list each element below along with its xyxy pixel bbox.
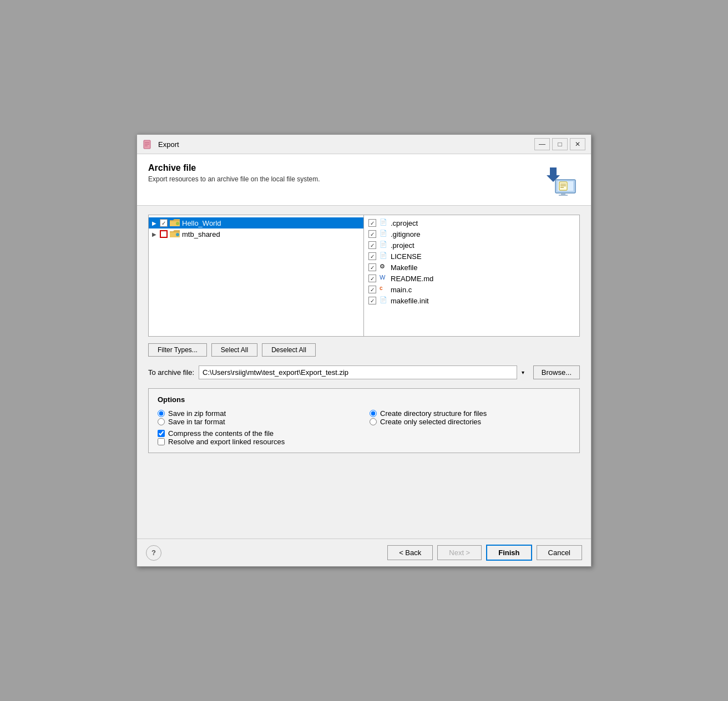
dir-structure-label[interactable]: Create directory structure for files [380, 409, 487, 418]
compress-option: Compress the contents of the file [158, 429, 358, 438]
mtb-shared-label: mtb_shared [182, 230, 220, 238]
file-icon-doc5: 📄 [380, 296, 388, 305]
tar-format-option: Save in tar format [158, 418, 358, 426]
main-content: ▶ ✓ Hello_World ▶ [137, 206, 591, 539]
file-item-cproject[interactable]: ✓ 📄 .cproject [364, 217, 579, 228]
bottom-bar: ? < Back Next > Finish Cancel [137, 539, 591, 566]
makefile-init-checkbox[interactable]: ✓ [368, 297, 376, 304]
file-item-makefile-init[interactable]: ✓ 📄 makefile.init [364, 295, 579, 306]
options-grid: Save in zip format Save in tar format Co… [158, 409, 570, 446]
window-title: Export [158, 140, 530, 149]
hello-world-label: Hello_World [182, 219, 221, 227]
project-checkbox[interactable]: ✓ [368, 241, 376, 249]
mainc-label: main.c [391, 286, 412, 294]
file-icon-doc4: 📄 [380, 252, 388, 261]
expand-arrow: ▶ [152, 220, 159, 226]
options-title: Options [158, 395, 570, 404]
file-icon-c: c [380, 285, 388, 294]
file-icon-doc2: 📄 [380, 230, 388, 238]
makefile-init-label: makefile.init [391, 297, 429, 305]
svg-rect-7 [559, 195, 568, 196]
project-label: .project [391, 241, 414, 250]
browse-button[interactable]: Browse... [533, 365, 580, 379]
hello-world-checkbox[interactable]: ✓ [160, 219, 168, 227]
finish-button[interactable]: Finish [486, 545, 532, 561]
svg-point-14 [176, 233, 179, 236]
deselect-all-button[interactable]: Deselect All [262, 343, 316, 357]
project-tree-panel[interactable]: ▶ ✓ Hello_World ▶ [149, 215, 364, 336]
resolve-label[interactable]: Resolve and export linked resources [168, 438, 285, 446]
compress-label[interactable]: Compress the contents of the file [168, 429, 274, 438]
app-icon [143, 139, 154, 150]
file-item-mainc[interactable]: ✓ c main.c [364, 284, 579, 295]
file-item-gitignore[interactable]: ✓ 📄 .gitignore [364, 228, 579, 240]
minimize-button[interactable]: — [534, 138, 550, 150]
cproject-label: .cproject [391, 219, 418, 227]
svg-point-13 [176, 222, 179, 225]
zip-radio[interactable] [158, 410, 165, 417]
readme-label: README.md [391, 275, 433, 283]
resolve-option: Resolve and export linked resources [158, 438, 358, 446]
tree-item-hello-world[interactable]: ▶ ✓ Hello_World [149, 217, 363, 228]
file-panels: ▶ ✓ Hello_World ▶ [148, 215, 580, 337]
dir-structure-radio[interactable] [370, 410, 377, 417]
header-text: Archive file Export resources to an arch… [148, 163, 320, 183]
zip-format-option: Save in zip format [158, 409, 358, 418]
archive-input-wrap: ▾ [199, 365, 529, 379]
page-title: Archive file [148, 163, 320, 173]
compress-checkbox[interactable] [158, 430, 165, 437]
window-controls: — □ ✕ [534, 138, 585, 150]
select-all-button[interactable]: Select All [211, 343, 257, 357]
folder-icon [170, 219, 180, 227]
close-button[interactable]: ✕ [570, 138, 585, 150]
file-icon-doc3: 📄 [380, 241, 388, 250]
zip-label[interactable]: Save in zip format [168, 409, 226, 418]
maximize-button[interactable]: □ [552, 138, 568, 150]
selected-dirs-label[interactable]: Create only selected directories [380, 418, 481, 426]
makefile-checkbox[interactable]: ✓ [368, 263, 376, 271]
folder-icon-2 [170, 230, 180, 238]
archive-path-input[interactable] [199, 365, 529, 379]
file-icon-doc: 📄 [380, 219, 388, 227]
gitignore-checkbox[interactable]: ✓ [368, 230, 376, 238]
file-list-panel: ✓ 📄 .cproject ✓ 📄 .gitignore ✓ 📄 .projec… [364, 215, 579, 336]
gitignore-label: .gitignore [391, 230, 420, 238]
archive-row: To archive file: ▾ Browse... [148, 365, 580, 379]
cancel-button[interactable]: Cancel [537, 545, 582, 560]
tree-item-mtb-shared[interactable]: ▶ mtb_shared [149, 228, 363, 240]
cproject-checkbox[interactable]: ✓ [368, 219, 376, 227]
options-right-col: Create directory structure for files Cre… [370, 409, 570, 446]
expand-arrow-2: ▶ [152, 231, 159, 237]
makefile-label: Makefile [391, 263, 417, 272]
back-button[interactable]: < Back [387, 545, 433, 560]
license-checkbox[interactable]: ✓ [368, 252, 376, 260]
mtb-shared-checkbox[interactable] [160, 230, 168, 238]
tar-radio[interactable] [158, 418, 165, 425]
file-item-readme[interactable]: ✓ W README.md [364, 273, 579, 284]
mainc-checkbox[interactable]: ✓ [368, 286, 376, 293]
page-description: Export resources to an archive file on t… [148, 175, 320, 183]
file-item-makefile[interactable]: ✓ ⚙ Makefile [364, 262, 579, 273]
dropdown-arrow-icon[interactable]: ▾ [517, 365, 529, 379]
next-button[interactable]: Next > [437, 545, 482, 560]
dir-structure-option: Create directory structure for files [370, 409, 570, 418]
license-label: LICENSE [391, 252, 422, 261]
header-icon [544, 163, 580, 199]
title-bar: Export — □ ✕ [137, 135, 591, 154]
readme-checkbox[interactable]: ✓ [368, 275, 376, 282]
resolve-checkbox[interactable] [158, 438, 165, 445]
action-buttons: Filter Types... Select All Deselect All [148, 343, 580, 357]
options-box: Options Save in zip format Save in tar f… [148, 388, 580, 453]
file-item-project[interactable]: ✓ 📄 .project [364, 240, 579, 251]
file-icon-make: ⚙ [380, 263, 388, 272]
archive-label: To archive file: [148, 368, 194, 377]
export-dialog: Export — □ ✕ Archive file Export resourc… [136, 134, 592, 567]
file-icon-word: W [380, 274, 388, 283]
selected-dirs-option: Create only selected directories [370, 418, 570, 426]
help-button[interactable]: ? [146, 545, 161, 561]
filter-types-button[interactable]: Filter Types... [148, 343, 207, 357]
tar-label[interactable]: Save in tar format [168, 418, 225, 426]
file-item-license[interactable]: ✓ 📄 LICENSE [364, 251, 579, 262]
selected-dirs-radio[interactable] [370, 418, 377, 425]
header: Archive file Export resources to an arch… [137, 154, 591, 206]
